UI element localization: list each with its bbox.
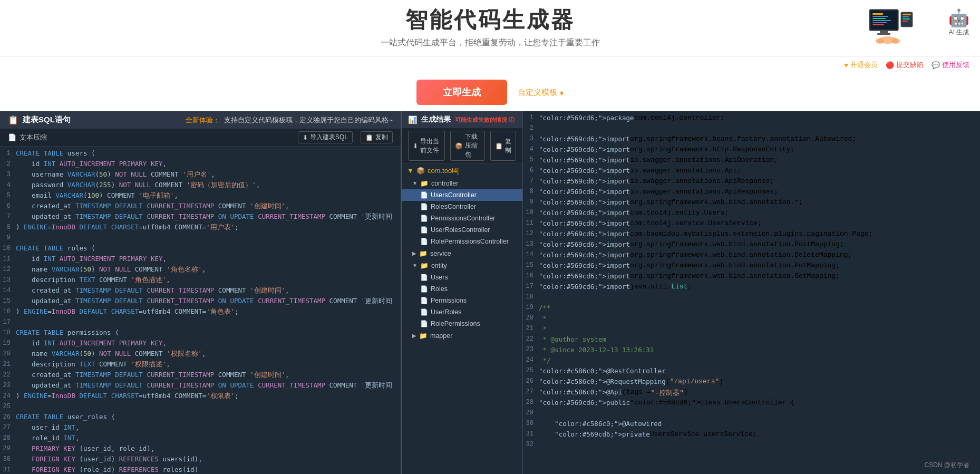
sql-line: 13 description TEXT COMMENT '角色描述', xyxy=(0,276,401,286)
code-line: 15 "color:#569cd6;">import org.springfra… xyxy=(523,262,980,272)
open-member-btn[interactable]: ♥ 开通会员 xyxy=(844,60,878,70)
tree-file-item[interactable]: 📄RolesController xyxy=(402,201,522,212)
code-line: 23 * @since 2023-12-13 13:26:31 xyxy=(523,346,980,356)
generate-button[interactable]: 立即生成 xyxy=(416,80,507,105)
ai-label: AI 生成 xyxy=(949,28,969,37)
sql-line: 14 created_at TIMESTAMP DEFAULT CURRENT_… xyxy=(0,286,401,297)
sql-code-area: 1 CREATE TABLE users (2 id INT AUTO_INCR… xyxy=(0,147,401,474)
code-line: 8 "color:#569cd6;">import io.swagger.ann… xyxy=(523,188,980,198)
tree-file-item[interactable]: 📄Roles xyxy=(402,283,522,295)
new-feature-label: 全新体验： xyxy=(186,115,220,125)
sql-line: 30 FOREIGN KEY (user_id) REFERENCES user… xyxy=(0,455,401,466)
sql-line: 29 PRIMARY KEY (user_id, role_id), xyxy=(0,444,401,455)
sql-line: 6 created_at TIMESTAMP DEFAULT CURRENT_T… xyxy=(0,202,401,212)
tree-folder-item[interactable]: ▶📁service xyxy=(402,247,522,259)
report-bug-btn[interactable]: 🔴 提交缺陷 xyxy=(886,60,924,70)
tree-file-item[interactable]: 📄PermissionsController xyxy=(402,212,522,224)
sql-panel: 📋 建表SQL语句 全新体验： 支持自定义代码模板哦，定义独属于您自己的编码风格… xyxy=(0,111,401,474)
code-line: 31 "color:#569cd6;">private UsersService… xyxy=(523,430,980,441)
code-line: 9 "color:#569cd6;">import org.springfram… xyxy=(523,198,980,209)
sql-panel-header: 📋 建表SQL语句 全新体验： 支持自定义代码模板哦，定义独属于您自己的编码风格… xyxy=(0,111,401,129)
svg-point-17 xyxy=(891,38,900,44)
svg-rect-13 xyxy=(903,18,910,20)
code-line: 19 /** xyxy=(523,304,980,314)
ai-generate-btn[interactable]: 🤖 AI 生成 xyxy=(948,8,969,37)
sql-line: 21 description TEXT COMMENT '权限描述', xyxy=(0,360,401,371)
sql-line: 8 ) ENGINE=InnoDB DEFAULT CHARSET=utf8mb… xyxy=(0,223,401,234)
export-file-btn[interactable]: ⬇ 导出当前文件 xyxy=(408,131,445,161)
tree-folder-item[interactable]: ▶📁mapper xyxy=(402,330,522,342)
result-title: 生成结果 xyxy=(421,115,451,124)
tree-file-item[interactable]: 📄UsersController xyxy=(402,189,522,201)
code-line: 29 xyxy=(523,409,980,420)
code-line: 2 xyxy=(523,124,980,135)
code-line: 7 "color:#569cd6;">import io.swagger.ann… xyxy=(523,177,980,188)
code-line: 11 "color:#569cd6;">import com.tool4j.se… xyxy=(523,219,980,230)
svg-rect-3 xyxy=(872,16,888,17)
code-line: 18 xyxy=(523,293,980,304)
code-line: 12 "color:#569cd6;">import com.baomidou.… xyxy=(523,230,980,240)
tree-file-item[interactable]: 📄RolePermissions xyxy=(402,318,522,330)
sql-line: 22 created_at TIMESTAMP DEFAULT CURRENT_… xyxy=(0,371,401,381)
file-tree: 📊 生成结果 可能生成失败的情况 ⓘ ⬇ 导出当前文件 📦 下载压缩包 📋 复制 xyxy=(402,111,523,474)
sql-line: 24 ) ENGINE=InnoDB DEFAULT CHARSET=utf8m… xyxy=(0,392,401,402)
download-zip-btn[interactable]: 📦 下载压缩包 xyxy=(450,131,485,161)
compress-icon: 📄 xyxy=(8,133,16,141)
template-button[interactable]: 自定义模板 ♦ xyxy=(518,88,564,98)
sql-line: 28 role_id INT, xyxy=(0,434,401,444)
sql-copy-btn[interactable]: 📋 复制 xyxy=(361,131,393,143)
csdn-footer: CSDN @初学者 xyxy=(924,461,969,470)
action-bar: 立即生成 自定义模板 ♦ xyxy=(0,73,980,111)
page-subtitle: 一站式代码生成平台，拒绝重复劳动，让您专注于重要工作 xyxy=(21,37,959,49)
download-icon: 📦 xyxy=(455,142,463,150)
tree-file-item[interactable]: 📄Users xyxy=(402,272,522,283)
sql-line: 4 password VARCHAR(255) NOT NULL COMMENT… xyxy=(0,181,401,191)
sql-line: 20 name VARCHAR(50) NOT NULL COMMENT '权限… xyxy=(0,350,401,360)
sql-line: 3 username VARCHAR(50) NOT NULL COMMENT … xyxy=(0,170,401,181)
right-panel: 📊 生成结果 可能生成失败的情况 ⓘ ⬇ 导出当前文件 📦 下载压缩包 📋 复制 xyxy=(401,111,980,474)
code-line: 20 * xyxy=(523,314,980,325)
svg-rect-11 xyxy=(903,14,911,15)
sql-line: 31 FOREIGN KEY (role_id) REFERENCES role… xyxy=(0,466,401,474)
tree-file-item[interactable]: 📄UserRolesController xyxy=(402,224,522,236)
import-icon: ⬇ xyxy=(303,134,308,141)
sql-line: 2 id INT AUTO_INCREMENT PRIMARY KEY, xyxy=(0,160,401,170)
code-line: 26 "color:#c586c0;">@RequestMapping("/ap… xyxy=(523,378,980,388)
sql-line: 25 xyxy=(0,402,401,413)
code-line: 22 * @author system xyxy=(523,335,980,346)
feedback-btn[interactable]: 💬 使用反馈 xyxy=(932,60,969,70)
sql-line: 1 CREATE TABLE users ( xyxy=(0,149,401,160)
svg-rect-14 xyxy=(903,21,908,22)
tree-folder-item[interactable]: ▼📁entity xyxy=(402,259,522,272)
code-line: 25 "color:#c586c0;">@RestController xyxy=(523,367,980,378)
sql-line: 10 CREATE TABLE roles ( xyxy=(0,244,401,255)
code-output-panel: 1 "color:#569cd6;">package com.tool4j.co… xyxy=(523,111,980,474)
svg-rect-12 xyxy=(903,16,909,17)
feedback-icon: 💬 xyxy=(932,61,940,69)
result-icon: 📊 xyxy=(408,115,417,124)
tree-folder-item[interactable]: ▼📁controller xyxy=(402,177,522,189)
sql-line: 17 xyxy=(0,318,401,328)
member-bar: ♥ 开通会员 🔴 提交缺陷 💬 使用反馈 xyxy=(0,57,980,73)
result-copy-btn[interactable]: 📋 复制 xyxy=(490,131,516,161)
svg-rect-4 xyxy=(872,18,886,19)
tree-file-item[interactable]: 📄Permissions xyxy=(402,295,522,306)
sql-line: 18 CREATE TABLE permissions ( xyxy=(0,328,401,339)
sql-line: 12 name VARCHAR(50) NOT NULL COMMENT '角色… xyxy=(0,265,401,276)
tree-file-item[interactable]: 📄UserRoles xyxy=(402,306,522,318)
svg-rect-2 xyxy=(872,13,883,15)
sql-line: 11 id INT AUTO_INCREMENT PRIMARY KEY, xyxy=(0,255,401,265)
sql-icon: 📋 xyxy=(8,115,18,125)
code-line: 30 "color:#c586c0;">@Autowired xyxy=(523,420,980,430)
code-line: 14 "color:#569cd6;">import org.springfra… xyxy=(523,251,980,262)
header-section: 智能代码生成器 一站式代码生成平台，拒绝重复劳动，让您专注于重要工作 🤖 AI … xyxy=(0,0,980,57)
svg-point-16 xyxy=(876,38,884,44)
svg-rect-7 xyxy=(872,24,884,25)
import-sql-btn[interactable]: ⬇ 导入建表SQL xyxy=(298,131,353,143)
code-line: 27 "color:#c586c0;">@Api(tags = "-控制器") xyxy=(523,388,980,399)
code-line: 17 "color:#569cd6;">import java.util.Lis… xyxy=(523,283,980,293)
svg-rect-9 xyxy=(877,33,890,35)
sql-line: 15 updated_at TIMESTAMP DEFAULT CURRENT_… xyxy=(0,297,401,307)
tree-file-item[interactable]: 📄RolePermissionsController xyxy=(402,236,522,247)
sql-line: 9 xyxy=(0,234,401,244)
